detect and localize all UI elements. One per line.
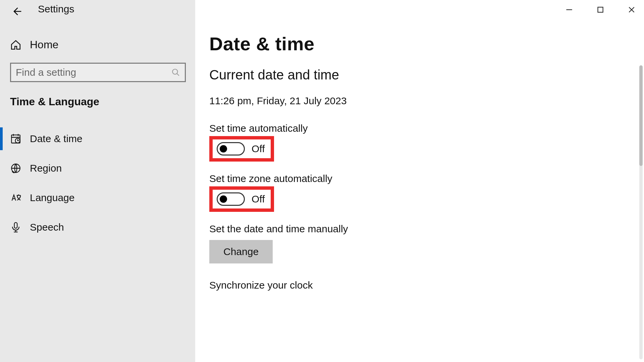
manual-set-label: Set the date and time manually [209, 223, 494, 235]
toggle-knob [220, 195, 227, 203]
maximize-button[interactable] [594, 3, 607, 16]
home-icon [10, 39, 21, 51]
window-controls [563, 3, 638, 16]
set-time-auto-state: Off [252, 143, 265, 155]
set-time-auto-group: Set time automatically Off [209, 123, 494, 162]
scrollbar-thumb[interactable] [639, 65, 643, 166]
minimize-button[interactable] [563, 3, 576, 16]
language-icon [10, 192, 21, 203]
back-button[interactable] [9, 4, 24, 19]
maximize-icon [596, 5, 605, 14]
highlight-set-zone-auto: Off [209, 186, 274, 212]
sidebar-item-label: Date & time [30, 133, 83, 144]
globe-icon [10, 163, 21, 174]
sidebar: Settings Home Time & Language Date & tim… [0, 0, 195, 362]
content: Date & time Current date and time 11:26 … [209, 0, 494, 291]
set-zone-auto-toggle[interactable] [217, 192, 245, 206]
svg-rect-5 [598, 7, 603, 12]
set-zone-auto-label: Set time zone automatically [209, 173, 494, 184]
home-label: Home [30, 39, 58, 51]
set-time-auto-label: Set time automatically [209, 123, 494, 134]
sidebar-item-region[interactable]: Region [0, 154, 195, 183]
app-title: Settings [38, 3, 74, 15]
sidebar-item-label: Language [30, 192, 74, 203]
search-icon [171, 68, 180, 77]
sidebar-item-language[interactable]: Language [0, 183, 195, 213]
sidebar-item-label: Speech [30, 222, 64, 233]
section-title: Current date and time [209, 67, 494, 82]
category-label: Time & Language [10, 96, 99, 108]
set-time-auto-toggle[interactable] [217, 142, 245, 156]
sidebar-item-home[interactable]: Home [10, 39, 58, 51]
sidebar-item-speech[interactable]: Speech [0, 213, 195, 242]
close-icon [627, 5, 636, 14]
sidebar-item-date-time[interactable]: Date & time [0, 124, 195, 154]
highlight-set-time-auto: Off [209, 136, 274, 162]
microphone-icon [10, 222, 21, 233]
set-zone-auto-state: Off [252, 193, 265, 205]
sync-clock-title: Synchronize your clock [209, 280, 494, 291]
scrollbar[interactable] [639, 65, 643, 359]
svg-rect-4 [14, 223, 17, 228]
current-datetime: 11:26 pm, Friday, 21 July 2023 [209, 95, 494, 107]
sidebar-nav: Date & time Region Language Speech [0, 124, 195, 242]
set-zone-auto-group: Set time zone automatically Off [209, 173, 494, 212]
sidebar-item-label: Region [30, 163, 62, 174]
svg-point-0 [172, 69, 177, 74]
calendar-clock-icon [10, 133, 21, 144]
minimize-icon [565, 5, 574, 14]
app-root: Settings Home Time & Language Date & tim… [0, 0, 644, 362]
search-box[interactable] [10, 63, 186, 82]
arrow-left-icon [11, 6, 22, 17]
toggle-knob [220, 145, 227, 153]
main-panel: Date & time Current date and time 11:26 … [195, 0, 644, 362]
change-button[interactable]: Change [209, 240, 273, 263]
close-button[interactable] [625, 3, 638, 16]
page-title: Date & time [209, 33, 494, 55]
search-input[interactable] [16, 67, 171, 78]
